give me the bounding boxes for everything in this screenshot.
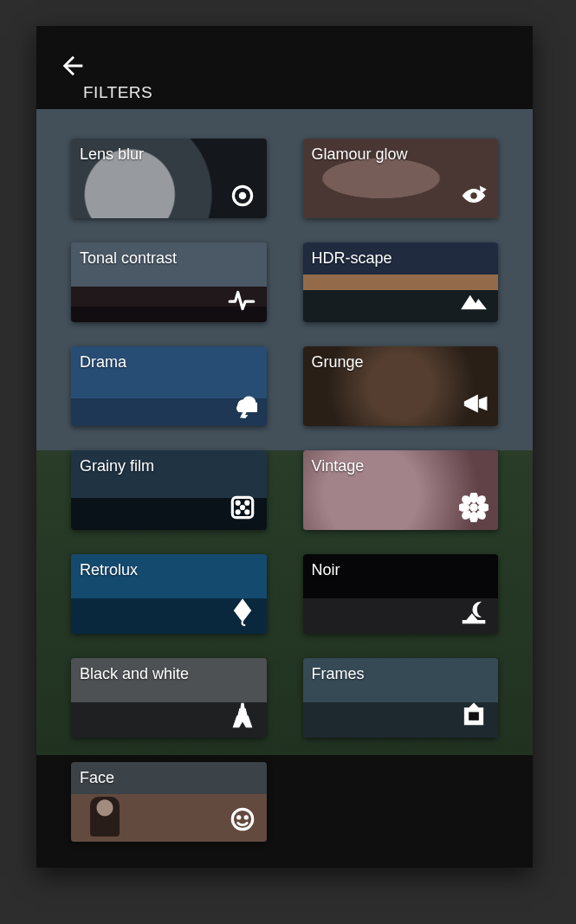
filter-label: Face: [80, 769, 114, 787]
filter-label: Retrolux: [80, 561, 138, 579]
filter-card-lens-blur[interactable]: Lens blur: [71, 139, 267, 218]
target-icon: [227, 180, 258, 211]
filter-card-black-and-white[interactable]: Black and white: [71, 658, 267, 738]
filter-card-frames[interactable]: Frames: [303, 658, 499, 738]
filter-label: Lens blur: [80, 145, 144, 164]
filters-stage: Lens blurGlamour glowTonal contrastHDR-s…: [36, 109, 533, 868]
filter-label: Frames: [312, 665, 365, 683]
mountains-icon: [458, 284, 489, 315]
top-bar: FILTERS: [36, 26, 533, 109]
dice-icon: [227, 492, 258, 523]
page-title: FILTERS: [83, 83, 152, 102]
arrow-back-icon: [58, 51, 87, 81]
frame-icon: [458, 700, 489, 731]
pulse-icon: [227, 284, 258, 315]
filter-card-face[interactable]: Face: [71, 762, 267, 842]
app-screen: FILTERS Lens blurGlamour glowTonal contr…: [36, 26, 533, 868]
filter-card-drama[interactable]: Drama: [71, 346, 267, 426]
filter-card-grainy-film[interactable]: Grainy film: [71, 450, 267, 530]
filter-label: Vintage: [312, 457, 365, 475]
filter-label: HDR-scape: [312, 249, 392, 268]
night-icon: [458, 596, 489, 627]
flower-icon: [458, 492, 489, 523]
filter-card-retrolux[interactable]: Retrolux: [71, 554, 267, 634]
back-button[interactable]: [52, 45, 94, 87]
face-icon: [227, 804, 258, 835]
filter-card-hdr-scape[interactable]: HDR-scape: [303, 242, 499, 322]
filter-card-vintage[interactable]: Vintage: [303, 450, 499, 530]
filter-label: Glamour glow: [312, 145, 408, 164]
filter-label: Grunge: [312, 353, 364, 372]
eiffel-icon: [227, 700, 258, 731]
filter-label: Tonal contrast: [80, 249, 177, 268]
filter-card-tonal-contrast[interactable]: Tonal contrast: [71, 242, 267, 322]
filter-card-noir[interactable]: Noir: [303, 554, 499, 634]
megaphone-icon: [458, 388, 489, 419]
filter-label: Grainy film: [80, 457, 154, 475]
filter-label: Noir: [312, 561, 340, 579]
storm-icon: [227, 388, 258, 419]
filter-card-glamour-glow[interactable]: Glamour glow: [303, 139, 499, 218]
filters-grid: Lens blurGlamour glowTonal contrastHDR-s…: [36, 109, 533, 868]
filter-card-grunge[interactable]: Grunge: [303, 346, 499, 426]
filter-label: Black and white: [80, 665, 189, 683]
kite-icon: [227, 596, 258, 627]
eye-icon: [458, 180, 489, 211]
filter-label: Drama: [80, 353, 126, 372]
